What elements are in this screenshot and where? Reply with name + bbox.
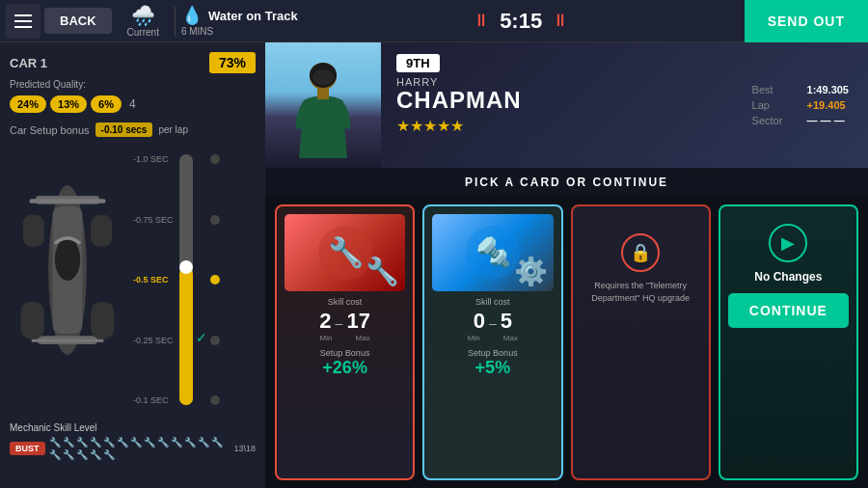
card-1-dash: – (336, 315, 343, 331)
slider-fill (179, 267, 193, 405)
cards-row: 🔧 🔧 Skill cost 2 – 17 Min Max Setup Bonu… (265, 197, 868, 488)
card-1-setup-value: +26% (285, 358, 405, 378)
continue-arrow-circle: ▶ (769, 224, 807, 262)
wrench-17: 🔧 (90, 449, 101, 460)
bust-badge: BUST (10, 442, 45, 455)
sector-value: — — — (807, 115, 845, 126)
card-2-minmax: Min Max (432, 334, 553, 342)
send-out-button[interactable]: SEND OUT (745, 0, 868, 42)
dot-2 (210, 215, 220, 225)
pill-2: 13% (50, 95, 87, 113)
per-lap-label: per lap (158, 124, 188, 135)
wrench-8: 🔧 (144, 437, 155, 447)
slider-label-5: -0.1 SEC (133, 395, 174, 405)
card-2[interactable]: 🔩 ⚙️ Skill cost 0 – 5 Min Max Setup Bonu… (422, 204, 562, 480)
card-1-setup-label: Setup Bonus (285, 348, 405, 358)
predicted-quality-label: Predicted Quality: (10, 79, 256, 90)
dot-5 (210, 395, 220, 405)
back-button[interactable]: BACK (44, 8, 112, 34)
stat-best: Best 1:49.305 (752, 84, 849, 95)
water-section: 💧 Water on Track 6 MINS (181, 5, 298, 37)
card-2-setup-label: Setup Bonus (432, 348, 553, 358)
pause-icon-left[interactable]: ⏸ (473, 11, 490, 31)
wrench-2: 🔧 (63, 437, 74, 447)
setup-slider[interactable]: -1.0 SEC -0.75 SEC -0.5 SEC -0.25 SEC -0… (133, 145, 256, 415)
driver-last-name: CHAPMAN (396, 88, 718, 113)
driver-header: 9TH HARRY CHAPMAN ★★★★★ Best 1:49.305 La… (265, 42, 868, 168)
card-2-dash: – (489, 315, 497, 331)
card-1-title: Skill cost (285, 297, 405, 307)
check-container: ✓ (196, 154, 207, 405)
main-content: CAR 1 73% Predicted Quality: 24% 13% 6% … (0, 42, 868, 488)
stat-lap: Lap +19.405 (752, 99, 849, 111)
slider-label-2: -0.75 SEC (133, 215, 174, 225)
right-panel: 9TH HARRY CHAPMAN ★★★★★ Best 1:49.305 La… (265, 42, 868, 488)
wrench-5: 🔧 (103, 437, 115, 447)
rain-icon: 🌧️ (127, 4, 159, 27)
lock-circle: 🔒 (621, 233, 660, 272)
dot-1 (210, 154, 220, 164)
check-icon: ✓ (196, 330, 207, 345)
no-changes-text: No Changes (728, 270, 849, 284)
arrow-right-icon: ▶ (781, 232, 795, 254)
slider-track (179, 154, 193, 405)
card-2-setup-value: +5% (432, 358, 553, 378)
left-panel: CAR 1 73% Predicted Quality: 24% 13% 6% … (0, 42, 265, 488)
card-1-min-label: Min (320, 334, 333, 342)
card-2-title: Skill cost (432, 297, 553, 307)
svg-text:🔧: 🔧 (327, 235, 364, 270)
svg-rect-8 (91, 215, 112, 247)
wrench-7: 🔧 (130, 437, 142, 447)
lock-icon: 🔒 (630, 242, 651, 263)
slider-labels: -1.0 SEC -0.75 SEC -0.5 SEC -0.25 SEC -0… (133, 154, 174, 405)
card-2-skill-cost: 0 – 5 (432, 309, 553, 334)
mechanic-skill-label: Mechanic Skill Level (10, 422, 256, 433)
wrench-18: 🔧 (103, 449, 115, 460)
lap-value: +19.405 (807, 99, 846, 111)
slider-handle[interactable] (179, 260, 193, 274)
slider-label-3-active: -0.5 SEC (133, 275, 174, 285)
water-on-track-label: Water on Track (208, 9, 298, 23)
driver-portrait (265, 42, 381, 168)
svg-rect-6 (32, 339, 104, 342)
quality-pills: 24% 13% 6% 4 (10, 95, 256, 113)
card-2-min: 0 (474, 309, 485, 334)
best-label: Best (752, 84, 796, 95)
wrench-15: 🔧 (63, 449, 74, 460)
pill-3: 6% (91, 95, 122, 113)
card-2-image: 🔩 ⚙️ (432, 214, 553, 291)
card-4-no-changes[interactable]: ▶ No Changes CONTINUE (719, 204, 858, 480)
pill-1: 24% (10, 95, 46, 113)
wrench-11: 🔧 (184, 437, 196, 447)
wrench-13: 🔧 (211, 437, 223, 447)
card-2-max: 5 (501, 309, 512, 334)
continue-button[interactable]: CONTINUE (728, 293, 849, 328)
setup-bonus-label: Car Setup bonus (10, 124, 90, 136)
wrench-14: 🔧 (49, 449, 61, 460)
wrench-16: 🔧 (76, 449, 88, 460)
top-bar-left: BACK (0, 4, 118, 39)
lap-label: Lap (752, 99, 796, 111)
requires-text: Requires the "Telemetry Department" HQ u… (581, 280, 701, 304)
position-badge: 9TH (396, 54, 440, 72)
wrench-10: 🔧 (171, 437, 182, 447)
card-1-image: 🔧 🔧 (285, 214, 405, 291)
slider-dots (210, 154, 220, 405)
car-setup-area: -1.0 SEC -0.75 SEC -0.5 SEC -0.25 SEC -0… (10, 145, 256, 415)
card-2-max-label: Max (503, 334, 518, 342)
card-1[interactable]: 🔧 🔧 Skill cost 2 – 17 Min Max Setup Bonu… (275, 204, 415, 480)
svg-point-2 (55, 238, 80, 281)
menu-button[interactable] (6, 4, 41, 39)
svg-rect-7 (23, 215, 44, 247)
timer-display: 5:15 (500, 9, 542, 34)
slider-label-4: -0.25 SEC (133, 336, 174, 345)
svg-rect-4 (29, 199, 105, 203)
timer-section: ⏸ 5:15 ⏸ (298, 9, 745, 34)
card-1-min: 2 (319, 309, 331, 334)
card-1-max: 17 (346, 309, 369, 334)
card-1-minmax: Min Max (285, 334, 405, 342)
dot-3-active (210, 275, 220, 285)
pause-icon-right[interactable]: ⏸ (552, 11, 569, 31)
wrench-4: 🔧 (90, 437, 101, 447)
stats-section: Best 1:49.305 Lap +19.405 Sector — — — (733, 42, 868, 168)
